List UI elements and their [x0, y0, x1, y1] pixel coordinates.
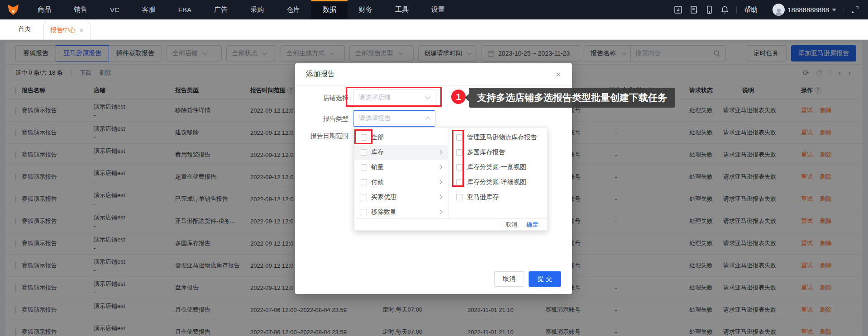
chevron-down-icon	[832, 9, 836, 14]
highlight-box-all-checkbox	[354, 129, 372, 144]
highlight-box-shop-select	[346, 87, 442, 107]
report-group-销量[interactable]: 销量	[354, 160, 448, 175]
chevron-right-icon	[438, 180, 443, 185]
divider	[736, 6, 737, 14]
report-type-label: 报告类型	[299, 115, 348, 123]
mobile-icon[interactable]	[706, 5, 713, 14]
task-list-icon[interactable]	[690, 5, 698, 14]
bell-icon[interactable]	[720, 5, 729, 14]
group-label: 库存	[371, 148, 384, 156]
report-group-买家优惠[interactable]: 买家优惠	[354, 189, 448, 204]
annotation-tooltip: 支持多选店铺多选报告类型批量创建下载任务	[469, 88, 675, 108]
nav-item-工具[interactable]: 工具	[384, 0, 420, 19]
divider	[844, 6, 844, 14]
item-label: 亚马逊库存	[467, 193, 499, 201]
item-label: 管理亚马逊物流库存报告	[467, 133, 537, 142]
close-icon[interactable]: ✕	[79, 27, 84, 33]
modal-header: 添加报告 ✕	[295, 63, 572, 86]
nav-item-设置[interactable]: 设置	[420, 0, 456, 19]
report-group-移除数量[interactable]: 移除数量	[354, 204, 448, 218]
item-label: 库存分类账-一览视图	[467, 163, 526, 171]
nav-item-财务[interactable]: 财务	[348, 0, 384, 19]
nav-item-FBA[interactable]: FBA	[167, 0, 203, 19]
tab-report-center[interactable]: 报告中心 ✕	[43, 21, 91, 39]
nav-item-VC[interactable]: VC	[99, 0, 131, 19]
group-label: 移除数量	[371, 208, 396, 216]
tab-label: 报告中心	[50, 26, 76, 34]
item-checkbox[interactable]	[456, 194, 463, 200]
close-icon[interactable]: ✕	[555, 71, 561, 79]
group-checkbox[interactable]	[361, 164, 367, 170]
report-group-库存[interactable]: 库存	[354, 145, 448, 160]
group-label: 付款	[371, 178, 384, 186]
group-label: 销量	[371, 163, 384, 171]
highlight-box-item-checkboxes	[452, 130, 464, 187]
nav-item-广告[interactable]: 广告	[203, 0, 239, 19]
download-icon[interactable]	[674, 5, 682, 14]
chevron-right-icon	[438, 165, 443, 170]
fullscreen-icon[interactable]	[851, 6, 859, 14]
chevron-up-icon	[425, 117, 430, 122]
nav-item-销售[interactable]: 销售	[62, 0, 99, 19]
tooltip-text: 支持多选店铺多选报告类型批量创建下载任务	[477, 91, 667, 104]
nav-item-采购[interactable]: 采购	[239, 0, 275, 19]
nav-right-tools: 帮助 18888888888	[674, 4, 868, 16]
group-checkbox[interactable]	[361, 194, 367, 200]
report-type-dropdown: 全部库存销量付款买家优惠移除数量 管理亚马逊物流库存报告多国库存报告库存分类账-…	[354, 128, 548, 231]
tab-home[interactable]: 首页	[0, 25, 37, 39]
date-range-label: 报告日期范围	[299, 132, 348, 140]
group-checkbox[interactable]	[361, 209, 367, 215]
modal-report-type-select[interactable]: 请选择报告	[353, 110, 435, 127]
select-placeholder: 请选择报告	[359, 114, 391, 123]
group-checkbox[interactable]	[361, 149, 367, 156]
item-label: 多国库存报告	[467, 148, 505, 156]
app-screen: 商品销售VC客服FBA广告采购仓库数据财务工具设置 帮助	[0, 0, 868, 336]
step-badge: 1	[451, 90, 466, 104]
page-tabbar: 首页 报告中心 ✕	[0, 19, 868, 40]
dropdown-ok-button[interactable]: 确定	[526, 221, 538, 229]
brand-logo-icon[interactable]	[0, 4, 26, 16]
modal-submit-button[interactable]: 提 交	[529, 271, 561, 287]
nav-item-客服[interactable]: 客服	[131, 0, 167, 19]
chevron-right-icon	[438, 195, 443, 199]
tooltip-arrow	[465, 94, 469, 102]
modal-title: 添加报告	[306, 70, 335, 79]
chevron-right-icon	[438, 210, 443, 214]
nav-item-数据[interactable]: 数据	[311, 0, 348, 19]
nav-menu: 商品销售VC客服FBA广告采购仓库数据财务工具设置	[26, 0, 456, 19]
top-navigation: 商品销售VC客服FBA广告采购仓库数据财务工具设置 帮助	[0, 0, 868, 19]
shop-select-label: 店铺选择	[299, 94, 348, 102]
group-label: 全部	[371, 133, 384, 142]
dropdown-footer: 取消 确定	[354, 218, 547, 230]
report-item-亚马逊库存[interactable]: 亚马逊库存	[448, 189, 547, 204]
avatar	[773, 4, 785, 16]
chevron-right-icon	[438, 150, 443, 155]
phone-number: 18888888888	[787, 6, 829, 14]
nav-item-商品[interactable]: 商品	[26, 0, 62, 19]
item-label: 库存分类账-详细视图	[467, 178, 526, 186]
nav-item-仓库[interactable]: 仓库	[275, 0, 311, 19]
dropdown-cancel-button[interactable]: 取消	[506, 221, 517, 229]
report-group-付款[interactable]: 付款	[354, 175, 448, 189]
group-checkbox[interactable]	[361, 179, 367, 185]
user-account[interactable]: 18888888888	[773, 4, 836, 16]
divider	[765, 6, 765, 14]
modal-cancel-button[interactable]: 取消	[494, 271, 524, 287]
group-label: 买家优惠	[371, 193, 396, 201]
help-link[interactable]: 帮助	[744, 5, 758, 14]
